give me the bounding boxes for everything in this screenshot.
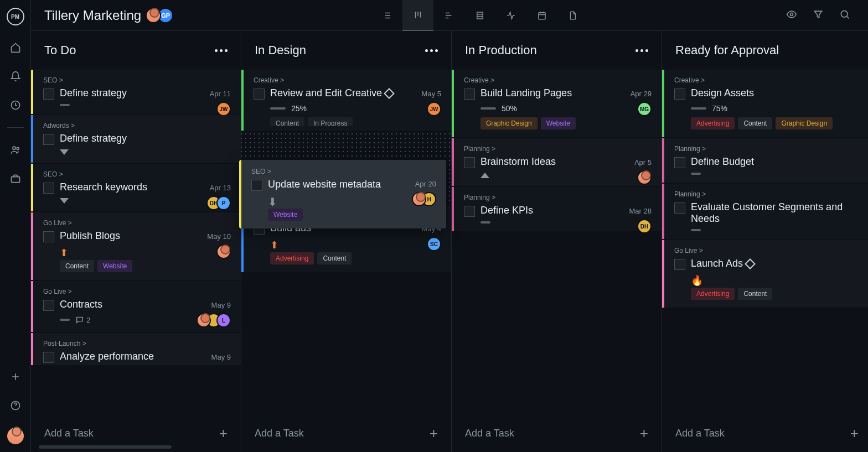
card-tag: Content bbox=[738, 117, 772, 129]
sheet-view-icon[interactable] bbox=[464, 0, 495, 31]
task-checkbox[interactable] bbox=[464, 157, 475, 168]
project-members[interactable]: GP bbox=[149, 8, 173, 23]
filter-icon[interactable] bbox=[813, 9, 824, 22]
task-checkbox[interactable] bbox=[674, 202, 685, 214]
task-checkbox[interactable] bbox=[464, 206, 475, 217]
help-icon[interactable] bbox=[9, 399, 22, 412]
assignee-avatar[interactable]: P bbox=[216, 196, 231, 210]
card-tag: Advertising bbox=[270, 252, 314, 264]
clock-icon[interactable] bbox=[9, 98, 22, 112]
card-breadcrumb: SEO > bbox=[251, 168, 436, 175]
column-more-icon[interactable] bbox=[425, 49, 438, 52]
task-card[interactable]: Go Live >ContractsMay 9L2 bbox=[31, 281, 241, 332]
task-checkbox[interactable] bbox=[464, 89, 475, 100]
task-card[interactable]: Planning >Define KPIsMar 28DH bbox=[452, 187, 662, 231]
search-icon[interactable] bbox=[839, 9, 850, 22]
task-card[interactable]: Creative >Review and Edit CreativeMay 5J… bbox=[241, 70, 451, 131]
task-checkbox[interactable] bbox=[674, 89, 685, 100]
task-card[interactable]: Creative >Build Landing PagesApr 29MG50%… bbox=[452, 70, 662, 137]
card-date: May 10 bbox=[207, 232, 231, 241]
card-tag: In Progress bbox=[308, 117, 353, 126]
priority-icon bbox=[60, 149, 69, 155]
card-breadcrumb: Go Live > bbox=[43, 288, 231, 295]
member-avatar[interactable] bbox=[146, 8, 161, 23]
task-card[interactable]: SEO >Define strategyApr 11JW bbox=[31, 70, 241, 114]
assignee-avatar[interactable]: JW bbox=[216, 102, 231, 116]
task-checkbox[interactable] bbox=[674, 259, 685, 270]
bell-icon[interactable] bbox=[9, 70, 22, 83]
task-checkbox[interactable] bbox=[674, 157, 685, 168]
task-checkbox[interactable] bbox=[254, 89, 265, 100]
task-checkbox[interactable] bbox=[43, 352, 54, 363]
assignee-avatar[interactable]: JW bbox=[427, 102, 441, 116]
column-more-icon[interactable] bbox=[636, 49, 648, 52]
progress-percent: 50% bbox=[502, 104, 517, 113]
task-card[interactable]: Adwords >Define strategy bbox=[31, 115, 241, 163]
briefcase-icon[interactable] bbox=[9, 172, 22, 185]
list-view-icon[interactable] bbox=[371, 0, 402, 31]
task-card[interactable]: Creative >Design Assets75%AdvertisingCon… bbox=[662, 70, 868, 137]
assignee-avatar[interactable] bbox=[412, 192, 426, 206]
priority-icon: ⬆ bbox=[270, 239, 279, 248]
eye-icon[interactable] bbox=[786, 9, 797, 22]
card-date: Apr 5 bbox=[634, 158, 652, 167]
milestone-icon bbox=[745, 258, 756, 269]
task-checkbox[interactable] bbox=[251, 180, 262, 191]
task-card[interactable]: Go Live >Launch Ads🔥AdvertisingContent bbox=[662, 240, 868, 308]
activity-view-icon[interactable] bbox=[495, 0, 526, 31]
people-icon[interactable] bbox=[9, 143, 22, 157]
column-more-icon[interactable] bbox=[215, 49, 228, 52]
task-checkbox[interactable] bbox=[43, 183, 54, 194]
comments-count[interactable]: 2 bbox=[75, 315, 90, 324]
app-logo[interactable]: PM bbox=[7, 8, 24, 25]
task-checkbox[interactable] bbox=[43, 89, 54, 100]
card-date: May 9 bbox=[211, 301, 231, 309]
assignee-avatar[interactable]: SC bbox=[427, 237, 441, 251]
assignee-avatar[interactable]: L bbox=[216, 313, 231, 328]
priority-down-icon: ⬇ bbox=[268, 195, 277, 204]
card-tag: Content bbox=[270, 117, 304, 126]
assignee-avatar[interactable]: MG bbox=[637, 102, 652, 116]
card-date: Apr 13 bbox=[210, 184, 231, 192]
card-title: Build Landing Pages bbox=[480, 87, 652, 99]
card-title: Define strategy bbox=[60, 133, 231, 144]
svg-point-8 bbox=[841, 11, 848, 17]
gantt-view-icon[interactable] bbox=[433, 0, 464, 31]
card-breadcrumb: Planning > bbox=[464, 145, 652, 153]
task-checkbox[interactable] bbox=[43, 134, 54, 145]
assignee-avatar[interactable]: DH bbox=[637, 219, 652, 233]
dragging-card[interactable]: SEO > Update website metadata Apr 20 H ⬇… bbox=[239, 160, 446, 228]
progress-percent: 25% bbox=[291, 104, 307, 113]
card-breadcrumb: Go Live > bbox=[674, 247, 862, 254]
progress-bar-icon bbox=[691, 173, 701, 175]
user-avatar[interactable] bbox=[7, 428, 24, 444]
column-title: In Production bbox=[465, 43, 537, 58]
file-view-icon[interactable] bbox=[557, 0, 588, 31]
progress-percent: 75% bbox=[712, 104, 727, 113]
task-checkbox[interactable] bbox=[43, 231, 54, 242]
card-breadcrumb: Planning > bbox=[674, 145, 862, 153]
card-date: May 9 bbox=[211, 353, 231, 361]
home-icon[interactable] bbox=[9, 41, 22, 54]
plus-icon[interactable] bbox=[9, 370, 22, 383]
priority-icon bbox=[480, 173, 489, 178]
assignee-avatar[interactable] bbox=[637, 170, 652, 185]
card-breadcrumb: Creative > bbox=[464, 76, 652, 84]
task-card[interactable]: Planning >Evaluate Customer Segments and… bbox=[662, 184, 868, 239]
task-card[interactable]: Post-Launch >Analyze performanceMay 9 bbox=[31, 333, 241, 365]
task-checkbox[interactable] bbox=[43, 300, 54, 311]
task-card[interactable]: SEO >Research keywordsApr 13DHP bbox=[31, 164, 241, 211]
assignee-avatar[interactable] bbox=[197, 313, 211, 328]
svg-point-7 bbox=[790, 13, 793, 15]
horizontal-scrollbar[interactable] bbox=[39, 445, 857, 450]
board-column: To DoSEO >Define strategyApr 11JWAdwords… bbox=[31, 31, 241, 452]
task-card[interactable]: Planning >Brainstorm IdeasApr 5 bbox=[452, 138, 662, 186]
assignee-avatar[interactable] bbox=[216, 245, 231, 259]
task-card[interactable]: Go Live >Publish BlogsMay 10⬆ContentWebs… bbox=[31, 212, 241, 280]
card-breadcrumb: SEO > bbox=[43, 170, 231, 178]
board-view-icon[interactable] bbox=[402, 0, 433, 31]
card-breadcrumb: Creative > bbox=[254, 76, 441, 84]
progress-bar-icon bbox=[60, 319, 70, 321]
calendar-view-icon[interactable] bbox=[526, 0, 557, 31]
task-card[interactable]: Planning >Define Budget bbox=[662, 138, 868, 183]
